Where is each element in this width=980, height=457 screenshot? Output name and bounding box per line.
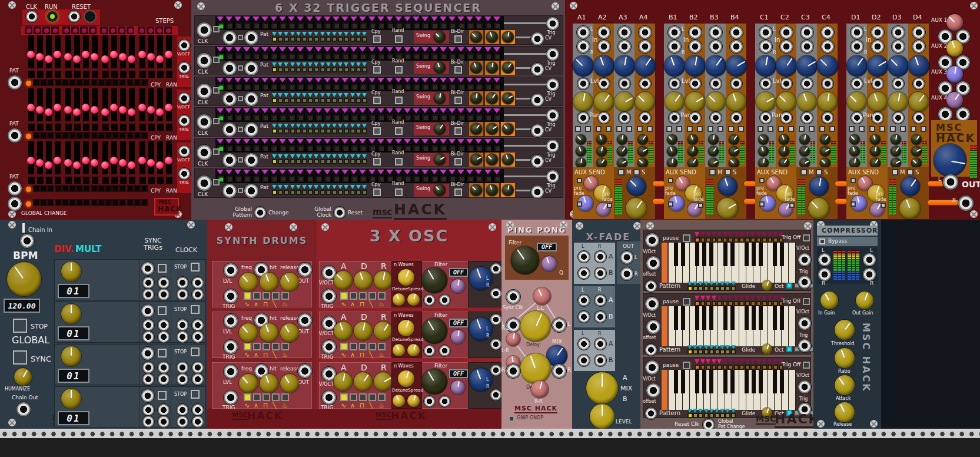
out-l-jack[interactable] [490,263,501,274]
clock-out-jack[interactable] [177,416,188,428]
clock-out-jack[interactable] [177,373,188,385]
pattern-step-button[interactable] [62,132,69,139]
pattern-step-button[interactable] [326,98,331,103]
pan-cv-jack-A3[interactable] [619,112,630,124]
clk-mode-button[interactable] [213,87,220,94]
pattern-cv-jack[interactable] [222,184,237,198]
slider-handle[interactable] [110,51,118,58]
level-knob-B4[interactable] [726,55,747,77]
wave-select-button[interactable] [263,292,270,300]
sync-clk-jack[interactable] [506,290,520,304]
level-cv-jack-A1[interactable] [577,78,589,90]
env-knob-D[interactable] [354,322,373,340]
run-button[interactable] [47,11,58,22]
trigger-step-button[interactable] [306,175,314,183]
pattern-select-jack[interactable] [244,122,258,137]
in-l-jack-C3[interactable] [800,26,813,39]
env-knob-R[interactable] [374,372,393,391]
in-r-jack-D4[interactable] [912,40,925,53]
trigger-step-button[interactable] [306,114,314,121]
wave-select-button[interactable] [272,393,280,401]
sequence-step-button[interactable] [745,365,750,370]
pattern-step-button[interactable] [105,185,112,192]
sync-trig-button[interactable] [158,349,167,357]
aux-send-knob-A2[interactable] [596,146,607,157]
clock-out-jack[interactable] [177,277,188,289]
aux-return-knob-2[interactable] [946,40,963,57]
pattern-step-button[interactable] [284,159,289,164]
pattern-select-jack[interactable] [244,153,258,167]
pattern-mode-button[interactable] [238,157,243,163]
trigger-step-button[interactable] [359,22,367,29]
pattern-step-button[interactable] [720,413,725,418]
slider-handle[interactable] [54,157,61,164]
aux-send-knob-C4[interactable] [820,134,830,145]
trigger-step-button[interactable] [234,144,242,152]
clock-out-jack[interactable] [177,289,188,300]
trigger-step-button[interactable] [493,83,501,91]
trigger-step-button[interactable] [413,114,421,121]
trigger-step-button[interactable] [431,83,439,91]
trigger-step-button[interactable] [306,52,314,60]
pattern-step-button[interactable] [302,98,307,103]
pan-cv-jack-C1[interactable] [760,112,772,124]
threshold-knob[interactable] [835,320,855,340]
in-r-jack-D2[interactable] [871,40,884,53]
sync-trig-out-jack[interactable] [158,277,170,289]
in-r-jack-C4[interactable] [821,40,834,53]
slider-handle[interactable] [36,53,44,61]
clock-out-jack[interactable] [192,277,204,289]
detune-knob[interactable] [393,293,405,306]
pattern-step-button[interactable] [308,37,313,42]
out-jack[interactable] [298,364,312,378]
trigger-step-button[interactable] [333,83,341,91]
pattern-step-button[interactable] [720,286,725,291]
delay-r-knob[interactable] [520,353,551,384]
trigger-step-button[interactable] [421,52,430,60]
pattern-step-button[interactable] [134,132,141,139]
mix-knob[interactable] [586,372,618,404]
trigger-step-button[interactable] [234,22,242,29]
pattern-step-button[interactable] [296,67,301,72]
pattern-step-button[interactable] [91,185,98,192]
slider-handle[interactable] [64,106,72,114]
pattern-mode-button[interactable] [238,188,243,193]
sync-trig-out-jack[interactable] [142,277,154,289]
trigger-step-button[interactable] [431,22,439,29]
trig-output-jack[interactable] [546,48,559,61]
pattern-step-button[interactable] [332,67,337,72]
gate-length-knob[interactable] [470,184,482,196]
trigger-step-button[interactable] [288,22,296,29]
pan-cv-jack-B1[interactable] [669,112,680,124]
solo-button-D4[interactable] [921,126,926,132]
bpm-knob[interactable] [7,262,41,296]
sync-trig-button[interactable] [158,391,167,400]
aux-send-knob-A4[interactable] [637,146,648,157]
ratio-knob[interactable] [835,348,855,368]
trigger-step-button[interactable] [350,52,358,60]
trigger-step-button[interactable] [288,175,296,183]
hit-knob[interactable] [260,273,278,292]
trigger-step-button[interactable] [413,144,421,152]
clock-out-jack[interactable] [177,331,188,343]
clk-mode-button[interactable] [213,148,220,155]
pattern-step-button[interactable] [272,37,277,42]
slider-handle[interactable] [64,159,72,167]
slider-handle[interactable] [27,157,35,164]
out-r-jack[interactable] [552,364,566,378]
mute-button-C3[interactable] [799,126,805,132]
out-l-jack[interactable] [863,253,876,266]
group-solo-button[interactable] [725,169,731,175]
wave-select-button[interactable] [281,393,289,401]
clk-mode-button[interactable] [213,118,220,124]
aux-send-knob-B3[interactable] [708,146,719,157]
solo-button-A4[interactable] [647,126,653,132]
pattern-step-button[interactable] [278,98,283,103]
slider-handle[interactable] [119,106,127,114]
level-cv-jack-D3[interactable] [892,78,904,90]
pattern-step-button[interactable] [40,79,47,86]
trigger-step-button[interactable] [404,83,412,91]
sequence-step-button[interactable] [773,301,778,306]
voct-output-jack[interactable] [798,317,811,330]
in-l-jack-B4[interactable] [730,26,743,39]
